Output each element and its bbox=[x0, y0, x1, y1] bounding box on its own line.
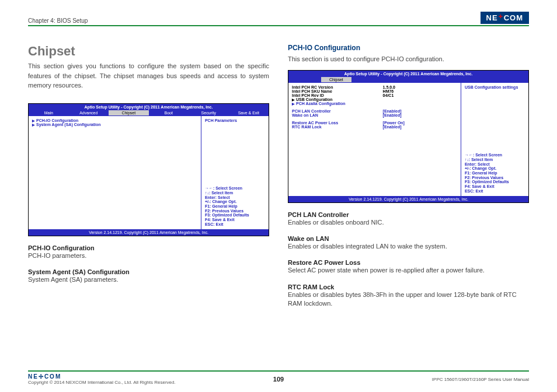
setting-rtc-ram[interactable]: RTC RAM Lock[Enabled] bbox=[292, 125, 457, 129]
copyright: Copyright © 2014 NEXCOM International Co… bbox=[28, 380, 176, 385]
bios-main-panel: PCH-IO Configuration System Agent (SA) C… bbox=[29, 116, 201, 229]
desc-title: RTC RAM Lock bbox=[288, 284, 529, 290]
menu-pch-io[interactable]: PCH-IO Configuration bbox=[32, 118, 197, 123]
tab-security[interactable]: Security bbox=[189, 110, 229, 116]
tab-advanced[interactable]: Advanced bbox=[69, 110, 109, 116]
bios-screenshot-pchio: Aptio Setup Utility - Copyright (C) 2011… bbox=[288, 70, 529, 203]
desc-text: Enables or disables integrated LAN to wa… bbox=[288, 242, 529, 251]
setting-pch-lan[interactable]: PCH LAN Controller[Enabled] bbox=[292, 109, 457, 113]
page-footer: NE✢COM Copyright © 2014 NEXCOM Internati… bbox=[28, 370, 529, 385]
desc-rtc-ram: RTC RAM Lock Enables or disables bytes 3… bbox=[288, 284, 529, 309]
subsection-intro: This section is used to configure PCH-IO… bbox=[288, 54, 529, 64]
bios-tab-bar: Chipset bbox=[288, 77, 528, 82]
setting-restore-ac[interactable]: Restore AC Power Loss[Power On] bbox=[292, 121, 457, 125]
help-keys: →←: Select Screen ↑↓: Select Item Enter:… bbox=[465, 153, 525, 193]
top-bar: Chapter 4: BIOS Setup NE✢COM bbox=[28, 12, 529, 26]
help-key: →←: Select Screen bbox=[205, 186, 265, 191]
bios-header: Aptio Setup Utility - Copyright (C) 2011… bbox=[288, 71, 528, 77]
desc-title: Wake on LAN bbox=[288, 235, 529, 242]
subsection-title: PCH-IO Configuration bbox=[288, 44, 529, 52]
help-key: F4: Save & Exit bbox=[465, 184, 525, 189]
left-column: Chipset This section gives you functions… bbox=[28, 44, 269, 308]
tab-main[interactable]: Main bbox=[29, 110, 69, 116]
help-key: F3: Optimized Defaults bbox=[465, 180, 525, 184]
help-key: ESC: Exit bbox=[465, 189, 525, 194]
menu-sa-config[interactable]: System Agent (SA) Configuration bbox=[32, 123, 197, 127]
desc-pch-io: PCH-IO Configuration PCH-IO parameters. bbox=[28, 244, 269, 260]
info-row: Intel PCH SKU NameHM76 bbox=[292, 89, 457, 93]
help-key: F2: Previous Values bbox=[465, 176, 525, 180]
bios-side-panel: USB Configuration settings →←: Select Sc… bbox=[461, 83, 528, 196]
help-key: F4: Save & Exit bbox=[205, 218, 265, 222]
tab-chipset-active[interactable]: Chipset bbox=[321, 77, 351, 82]
doc-title: IPPC 1560T/1960T/2160P Series User Manua… bbox=[432, 377, 529, 382]
help-key: ESC: Exit bbox=[205, 222, 265, 227]
help-key: →←: Select Screen bbox=[465, 153, 525, 158]
help-key: F1: General Help bbox=[205, 204, 265, 209]
help-keys: →←: Select Screen ↑↓: Select Item Enter:… bbox=[205, 186, 265, 226]
help-key: Enter: Select bbox=[205, 195, 265, 200]
help-key: +/-: Change Opt. bbox=[465, 166, 525, 171]
section-title: Chipset bbox=[28, 44, 269, 59]
tab-boot[interactable]: Boot bbox=[149, 110, 189, 116]
side-description: USB Configuration settings bbox=[465, 85, 525, 89]
footer-logo: NE✢COM bbox=[28, 373, 176, 380]
tab-chipset[interactable]: Chipset bbox=[109, 110, 149, 116]
desc-text: PCH-IO parameters. bbox=[28, 251, 269, 260]
side-description: PCH Parameters bbox=[205, 118, 265, 123]
desc-pch-lan: PCH LAN Controller Enables or disables o… bbox=[288, 211, 529, 227]
submenu-azalia-config[interactable]: PCH Azalia Configuration bbox=[292, 102, 457, 106]
desc-restore-ac: Restore AC Power Loss Select AC power st… bbox=[288, 259, 529, 275]
desc-text: System Agent (SA) parameters. bbox=[28, 275, 269, 284]
bios-header: Aptio Setup Utility - Copyright (C) 2011… bbox=[29, 104, 269, 110]
desc-title: Restore AC Power Loss bbox=[288, 259, 529, 266]
info-row: Intel PCH Rev ID04/C1 bbox=[292, 93, 457, 97]
section-intro: This section gives you functions to conf… bbox=[28, 61, 269, 90]
desc-wake-lan: Wake on LAN Enables or disables integrat… bbox=[288, 235, 529, 251]
desc-title: PCH-IO Configuration bbox=[28, 244, 269, 251]
help-key: F3: Optimized Defaults bbox=[205, 213, 265, 218]
bios-footer: Version 2.14.1219. Copyright (C) 2011 Am… bbox=[29, 229, 269, 236]
help-key: F1: General Help bbox=[465, 171, 525, 176]
help-key: ↑↓: Select Item bbox=[205, 191, 265, 195]
desc-text: Select AC power state when power is re-a… bbox=[288, 266, 529, 275]
help-key: +/-: Change Opt. bbox=[205, 200, 265, 204]
bios-side-panel: PCH Parameters →←: Select Screen ↑↓: Sel… bbox=[201, 116, 269, 229]
bios-footer: Version 2.14.1219. Copyright (C) 2011 Am… bbox=[288, 196, 528, 202]
page-number: 109 bbox=[273, 376, 284, 383]
desc-text: Enables or disables bytes 38h-3Fh in the… bbox=[288, 290, 529, 309]
help-key: Enter: Select bbox=[465, 162, 525, 167]
setting-wake-on-lan[interactable]: Wake on LAN[Enabled] bbox=[292, 113, 457, 117]
bios-screenshot-chipset: Aptio Setup Utility - Copyright (C) 2011… bbox=[28, 103, 269, 236]
desc-title: PCH LAN Controller bbox=[288, 211, 529, 218]
right-column: PCH-IO Configuration This section is use… bbox=[288, 44, 529, 308]
help-key: ↑↓: Select Item bbox=[465, 158, 525, 162]
desc-text: Enables or disables onboard NIC. bbox=[288, 218, 529, 227]
nexcom-logo: NE✢COM bbox=[481, 12, 529, 24]
submenu-usb-config[interactable]: USB Configuration bbox=[292, 97, 457, 102]
info-row: Intel PCH RC Version1.5.0.0 bbox=[292, 85, 457, 89]
bios-tab-bar: Main Advanced Chipset Boot Security Save… bbox=[29, 110, 269, 116]
chapter-label: Chapter 4: BIOS Setup bbox=[28, 18, 88, 24]
desc-title: System Agent (SA) Configuration bbox=[28, 268, 269, 275]
help-key: F2: Previous Values bbox=[205, 209, 265, 214]
desc-sa-config: System Agent (SA) Configuration System A… bbox=[28, 268, 269, 284]
bios-main-panel: Intel PCH RC Version1.5.0.0 Intel PCH SK… bbox=[288, 83, 461, 196]
tab-save-exit[interactable]: Save & Exit bbox=[229, 110, 269, 116]
